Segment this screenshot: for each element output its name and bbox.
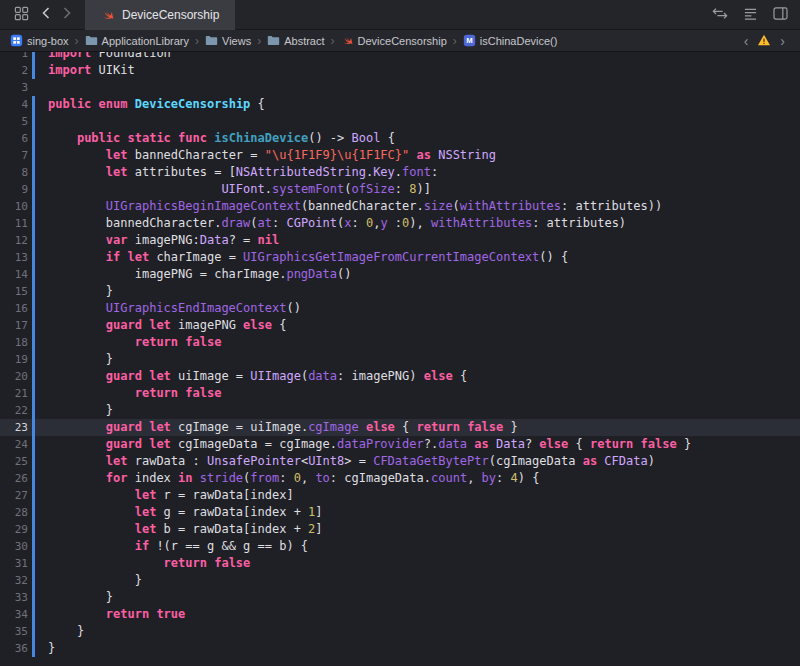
code-line[interactable]: 36}	[0, 640, 800, 657]
line-number[interactable]: 26	[0, 470, 30, 487]
code-line[interactable]: 5	[0, 113, 800, 130]
jumpbar-item[interactable]: Views	[203, 35, 253, 47]
code-line[interactable]: 26 for index in stride(from: 0, to: cgIm…	[0, 470, 800, 487]
swift-icon	[101, 8, 115, 22]
line-number[interactable]: 31	[0, 555, 30, 572]
warning-icon[interactable]	[757, 32, 771, 50]
editor-options-button[interactable]	[743, 7, 758, 23]
code-line[interactable]: 28 let g = rawData[index + 1]	[0, 504, 800, 521]
code-text: }	[35, 351, 113, 368]
add-editor-button[interactable]	[773, 7, 788, 23]
next-issue-button[interactable]: ›	[779, 34, 786, 48]
code-line[interactable]: 34 return true	[0, 606, 800, 623]
jumpbar-right: ‹ ›	[743, 32, 792, 50]
code-line[interactable]: 14 imagePNG = charImage.pngData()	[0, 266, 800, 283]
forward-button[interactable]	[63, 7, 71, 22]
back-button[interactable]	[42, 7, 50, 22]
line-number[interactable]: 30	[0, 538, 30, 555]
code-line[interactable]: 18 return false	[0, 334, 800, 351]
line-number[interactable]: 13	[0, 249, 30, 266]
code-line[interactable]: 31 return false	[0, 555, 800, 572]
code-line[interactable]: 24 guard let cgImageData = cgImage.dataP…	[0, 436, 800, 453]
code-line[interactable]: 10 UIGraphicsBeginImageContext(bannedCha…	[0, 198, 800, 215]
code-text: let r = rawData[index]	[35, 487, 294, 504]
code-line[interactable]: 3	[0, 79, 800, 96]
line-number[interactable]: 29	[0, 521, 30, 538]
line-number[interactable]: 22	[0, 402, 30, 419]
jumpbar-item[interactable]: sing-box	[8, 34, 71, 47]
jumpbar-item[interactable]: Abstract	[265, 35, 326, 47]
line-number[interactable]: 16	[0, 300, 30, 317]
code-line[interactable]: 35 }	[0, 623, 800, 640]
jumpbar-item[interactable]: ApplicationLibrary	[83, 35, 191, 47]
breadcrumb-separator: ›	[453, 34, 457, 48]
code-review-button[interactable]	[712, 7, 728, 23]
line-number[interactable]: 28	[0, 504, 30, 521]
line-number[interactable]: 12	[0, 232, 30, 249]
code-line[interactable]: 17 guard let imagePNG else {	[0, 317, 800, 334]
line-number[interactable]: 24	[0, 436, 30, 453]
line-number[interactable]: 19	[0, 351, 30, 368]
line-number[interactable]: 1	[0, 52, 30, 62]
tab-devicecensorship[interactable]: DeviceCensorship	[85, 0, 235, 30]
code-line[interactable]: 33 }	[0, 589, 800, 606]
line-number[interactable]: 15	[0, 283, 30, 300]
line-number[interactable]: 14	[0, 266, 30, 283]
line-number[interactable]: 25	[0, 453, 30, 470]
code-line[interactable]: 23 guard let cgImage = uiImage.cgImage e…	[0, 419, 800, 436]
line-number[interactable]: 6	[0, 130, 30, 147]
code-text: bannedCharacter.draw(at: CGPoint(x: 0,y …	[35, 215, 626, 232]
line-number[interactable]: 20	[0, 368, 30, 385]
code-line[interactable]: 1import Foundation	[0, 52, 800, 62]
line-number[interactable]: 33	[0, 589, 30, 606]
code-line[interactable]: 8 let attributes = [NSAttributedString.K…	[0, 164, 800, 181]
code-line[interactable]: 30 if !(r == g && g == b) {	[0, 538, 800, 555]
line-number[interactable]: 7	[0, 147, 30, 164]
code-line[interactable]: 27 let r = rawData[index]	[0, 487, 800, 504]
line-number[interactable]: 11	[0, 215, 30, 232]
line-number[interactable]: 23	[0, 419, 30, 436]
line-number[interactable]: 4	[0, 96, 30, 113]
code-line[interactable]: 25 let rawData : UnsafePointer<UInt8> = …	[0, 453, 800, 470]
code-line[interactable]: 12 var imagePNG:Data? = nil	[0, 232, 800, 249]
line-number[interactable]: 35	[0, 623, 30, 640]
code-line[interactable]: 4public enum DeviceCensorship {	[0, 96, 800, 113]
line-number[interactable]: 9	[0, 181, 30, 198]
line-number[interactable]: 21	[0, 385, 30, 402]
line-number[interactable]: 17	[0, 317, 30, 334]
code-line[interactable]: 22 }	[0, 402, 800, 419]
code-line[interactable]: 21 return false	[0, 385, 800, 402]
code-text: let rawData : UnsafePointer<UInt8> = CFD…	[35, 453, 655, 470]
code-line[interactable]: 13 if let charImage = UIGraphicsGetImage…	[0, 249, 800, 266]
code-line[interactable]: 7 let bannedCharacter = "\u{1F1F9}\u{1F1…	[0, 147, 800, 164]
code-line[interactable]: 6 public static func isChinaDevice() -> …	[0, 130, 800, 147]
code-line[interactable]: 32 }	[0, 572, 800, 589]
tab-overview-button[interactable]	[14, 6, 29, 24]
line-number[interactable]: 27	[0, 487, 30, 504]
line-number[interactable]: 8	[0, 164, 30, 181]
jumpbar-item[interactable]: DeviceCensorship	[339, 34, 449, 47]
code-line[interactable]: 11 bannedCharacter.draw(at: CGPoint(x: 0…	[0, 215, 800, 232]
code-text: import UIKit	[35, 62, 135, 79]
code-line[interactable]: 16 UIGraphicsEndImageContext()	[0, 300, 800, 317]
code-line[interactable]: 15 }	[0, 283, 800, 300]
line-number[interactable]: 32	[0, 572, 30, 589]
editor[interactable]: 1import Foundation2import UIKit34public …	[0, 52, 800, 666]
code-text: let b = rawData[index + 2]	[35, 521, 323, 538]
code-line[interactable]: 29 let b = rawData[index + 2]	[0, 521, 800, 538]
line-number[interactable]: 3	[0, 79, 30, 96]
folder-icon	[85, 35, 98, 46]
jumpbar: sing-box›ApplicationLibrary›Views›Abstra…	[0, 30, 800, 52]
line-number[interactable]: 36	[0, 640, 30, 657]
code-line[interactable]: 20 guard let uiImage = UIImage(data: ima…	[0, 368, 800, 385]
code-line[interactable]: 19 }	[0, 351, 800, 368]
line-number[interactable]: 34	[0, 606, 30, 623]
prev-issue-button[interactable]: ‹	[743, 34, 750, 48]
line-number[interactable]: 5	[0, 113, 30, 130]
code-line[interactable]: 2import UIKit	[0, 62, 800, 79]
code-line[interactable]: 9 UIFont.systemFont(ofSize: 8)]	[0, 181, 800, 198]
jumpbar-item[interactable]: MisChinaDevice()	[461, 34, 560, 47]
line-number[interactable]: 18	[0, 334, 30, 351]
line-number[interactable]: 10	[0, 198, 30, 215]
line-number[interactable]: 2	[0, 62, 30, 79]
